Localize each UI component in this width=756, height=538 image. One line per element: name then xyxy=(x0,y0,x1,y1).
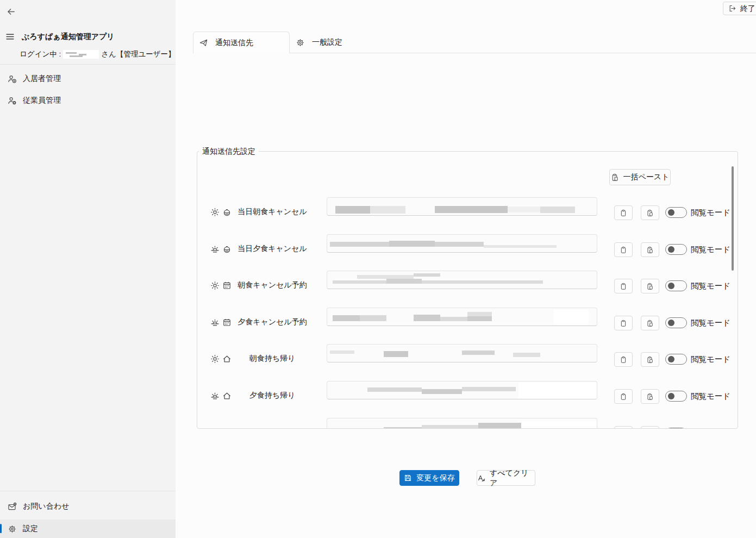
clipboard-icon xyxy=(620,393,627,401)
redacted-text xyxy=(540,207,575,213)
clipboard-paste-icon xyxy=(646,209,654,217)
row-4-label: 夕食キャンセル予約 xyxy=(223,317,321,327)
clipboard-paste-icon xyxy=(646,246,654,254)
sidebar-item-label: 入居者管理 xyxy=(23,74,61,84)
row-5-paste-button[interactable] xyxy=(641,352,659,367)
row-1-copy-button[interactable] xyxy=(614,205,633,220)
row-4-paste-button[interactable] xyxy=(641,316,659,330)
redacted-text xyxy=(386,279,421,284)
redacted-text xyxy=(467,312,492,316)
login-status: ログイン中 : さん【管理ユーザー】 xyxy=(20,49,176,59)
row-1-view-mode-toggle[interactable] xyxy=(665,207,687,218)
redacted-text xyxy=(467,316,492,321)
redacted-text xyxy=(508,207,540,212)
row-2-copy-button[interactable] xyxy=(614,242,633,257)
row-6-view-mode-label: 閲覧モード xyxy=(691,391,730,402)
redacted-text xyxy=(518,383,597,399)
clipboard-icon xyxy=(620,283,627,290)
sun-icon xyxy=(210,354,220,364)
tab-notification-destinations[interactable]: 通知送信先 xyxy=(193,32,290,53)
row-7-view-mode-toggle[interactable] xyxy=(665,428,687,429)
exit-button[interactable]: 終了 xyxy=(723,2,756,15)
sun-icon xyxy=(210,208,220,217)
redacted-text xyxy=(440,317,467,321)
row-3-copy-button[interactable] xyxy=(614,279,633,293)
notification-rows: 当日朝食キャンセル閲覧モード当日夕食キャンセル閲覧モード朝食キャンセル予約閲覧モ… xyxy=(197,152,738,429)
redacted-text xyxy=(484,245,557,248)
row-7-copy-button[interactable] xyxy=(614,426,633,429)
sunset-icon xyxy=(210,318,220,327)
selection-accent-bar xyxy=(0,524,2,533)
redacted-text xyxy=(414,273,441,277)
save-button[interactable]: 変更を保存 xyxy=(399,470,459,486)
redacted-text xyxy=(554,310,589,324)
redacted-text xyxy=(513,353,540,357)
redacted-text xyxy=(335,206,370,214)
notification-destinations-groupbox: 一括ペースト 当日朝食キャンセル閲覧モード当日夕食キャンセル閲覧モード朝食キャン… xyxy=(197,151,738,429)
sidebar-item-label: 従業員管理 xyxy=(23,96,61,105)
redacted-text xyxy=(330,351,354,354)
row-6-view-mode-toggle[interactable] xyxy=(665,391,687,402)
sidebar-item-employees[interactable]: 従業員管理 xyxy=(0,91,176,110)
redacted-text xyxy=(462,351,495,355)
row-3-paste-button[interactable] xyxy=(641,279,659,293)
sidebar-item-label: お問い合わせ xyxy=(23,502,69,511)
row-1-label: 当日朝食キャンセル xyxy=(223,207,321,217)
row-5-view-mode-toggle[interactable] xyxy=(665,354,687,365)
row-3-view-mode-toggle[interactable] xyxy=(665,280,687,291)
row-1-destination-input[interactable] xyxy=(327,197,597,216)
save-button-label: 変更を保存 xyxy=(416,473,454,483)
row-2-view-mode-label: 閲覧モード xyxy=(691,244,730,255)
redacted-text xyxy=(414,315,441,321)
sign-out-icon xyxy=(728,4,736,12)
clear-all-button[interactable]: すべてクリア xyxy=(477,470,535,486)
clear-format-icon xyxy=(477,474,486,483)
row-2-paste-button[interactable] xyxy=(641,242,659,257)
sidebar-divider-bottom xyxy=(0,491,176,491)
login-suffix: さん【管理ユーザー】 xyxy=(101,49,175,59)
login-username-redacted xyxy=(63,50,99,59)
redacted-text xyxy=(462,387,516,391)
sidebar-item-residents[interactable]: 入居者管理 xyxy=(0,70,176,88)
row-3-destination-input[interactable] xyxy=(327,271,597,289)
redacted-text xyxy=(367,387,421,392)
row-4-copy-button[interactable] xyxy=(614,316,633,330)
row-3-view-mode-label: 閲覧モード xyxy=(691,280,730,291)
row-5-destination-input[interactable] xyxy=(327,344,597,362)
save-icon xyxy=(404,474,412,482)
app-window: ぶろすぱぁ通知管理アプリ ログイン中 : さん【管理ユーザー】 入居者管理 従業… xyxy=(0,0,756,538)
sidebar-item-settings[interactable]: 設定 xyxy=(0,520,176,538)
back-icon[interactable] xyxy=(7,7,16,16)
app-title: ぶろすぱぁ通知管理アプリ xyxy=(22,32,115,42)
send-icon xyxy=(199,38,208,47)
redacted-text xyxy=(478,423,521,429)
row-7-destination-input[interactable] xyxy=(327,418,597,429)
clipboard-icon xyxy=(620,246,627,254)
row-7-paste-button[interactable] xyxy=(641,426,659,429)
row-6-copy-button[interactable] xyxy=(614,389,633,404)
row-5-copy-button[interactable] xyxy=(614,352,633,367)
hamburger-icon[interactable] xyxy=(5,32,15,41)
tab-general-settings[interactable]: 一般設定 xyxy=(290,32,371,53)
sidebar-item-label: 設定 xyxy=(23,524,38,534)
row-3-label: 朝食キャンセル予約 xyxy=(223,280,321,290)
row-2-destination-input[interactable] xyxy=(327,234,597,253)
redacted-text xyxy=(333,280,543,284)
row-2-view-mode-toggle[interactable] xyxy=(665,244,687,255)
redacted-text xyxy=(389,241,435,247)
row-6-label: 夕食持ち帰り xyxy=(223,391,321,401)
clipboard-paste-icon xyxy=(646,283,654,290)
row-1-paste-button[interactable] xyxy=(641,205,659,220)
redacted-text xyxy=(360,315,387,321)
row-4-destination-input[interactable] xyxy=(327,308,597,326)
redacted-text xyxy=(357,275,414,279)
sidebar: ぶろすぱぁ通知管理アプリ ログイン中 : さん【管理ユーザー】 入居者管理 従業… xyxy=(0,0,176,538)
clipboard-icon xyxy=(620,209,627,217)
row-6-paste-button[interactable] xyxy=(641,389,659,404)
sidebar-item-contact[interactable]: お問い合わせ xyxy=(0,497,176,516)
row-4-view-mode-toggle[interactable] xyxy=(665,317,687,328)
redacted-text xyxy=(422,389,462,394)
clipboard-paste-icon xyxy=(646,393,654,401)
row-6-destination-input[interactable] xyxy=(327,381,597,399)
clipboard-icon xyxy=(620,320,627,327)
